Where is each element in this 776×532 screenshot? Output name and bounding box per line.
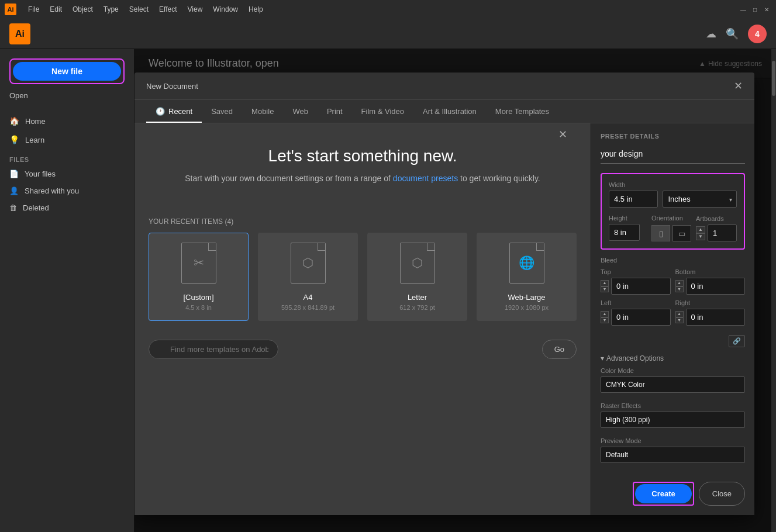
home-label: Home xyxy=(25,117,46,126)
sidebar-item-shared[interactable]: 👤 Shared with you xyxy=(0,182,134,199)
new-file-button[interactable]: New file xyxy=(13,62,121,81)
template-search-input[interactable] xyxy=(149,340,278,359)
close-modal-button[interactable]: Close xyxy=(699,482,745,506)
raster-effects-select[interactable]: High (300 ppi) Medium (150 ppi) Screen (… xyxy=(601,412,745,428)
bleed-top-up[interactable]: ▲ xyxy=(601,280,609,286)
create-button[interactable]: Create xyxy=(635,484,691,503)
modal-title: New Document xyxy=(146,82,198,91)
sidebar-item-home[interactable]: 🏠 Home xyxy=(0,112,134,130)
menu-object[interactable]: Object xyxy=(68,4,98,15)
menu-select[interactable]: Select xyxy=(125,4,153,15)
artboards-group: Artboards ▲ ▼ xyxy=(696,215,737,241)
tab-more-templates[interactable]: More Templates xyxy=(486,100,558,123)
search-wrapper xyxy=(149,340,537,359)
artboards-input-row: ▲ ▼ xyxy=(696,224,737,241)
menu-help[interactable]: Help xyxy=(244,4,268,15)
tab-saved[interactable]: Saved xyxy=(202,100,242,123)
bleed-right-input[interactable] xyxy=(686,309,746,326)
tab-art-illustration[interactable]: Art & Illustration xyxy=(413,100,486,123)
bleed-left-up[interactable]: ▲ xyxy=(601,311,609,317)
sidebar-item-learn[interactable]: 💡 Learn xyxy=(0,130,134,149)
menu-window[interactable]: Window xyxy=(208,4,243,15)
tab-film-video[interactable]: Film & Video xyxy=(352,100,413,123)
portrait-button[interactable]: ▯ xyxy=(651,225,670,241)
recent-item-web-large-size: 1920 x 1080 px xyxy=(487,304,567,311)
web-large-doc-icon: 🌐 xyxy=(487,243,567,284)
advanced-toggle[interactable]: ▾ Advanced Options xyxy=(601,354,745,362)
modal-overlay: New Document ✕ 🕐 Recent Saved Mobile xyxy=(134,49,776,532)
content-area: Welcome to Illustrator, open ▲ Hide sugg… xyxy=(134,49,776,532)
recent-label: YOUR RECENT ITEMS (4) xyxy=(149,217,577,226)
bleed-left-field: Left ▲ ▼ xyxy=(601,299,671,326)
main-layout: New file Open 🏠 Home 💡 Learn FILES 📄 You… xyxy=(0,49,776,532)
header-right: ☁ 🔍 4 xyxy=(706,25,767,43)
recent-item-custom-name: [Custom] xyxy=(158,293,239,302)
color-mode-select[interactable]: CMYK Color RGB Color xyxy=(601,376,745,393)
preset-name-input[interactable] xyxy=(601,147,745,164)
artboards-increment[interactable]: ▲ xyxy=(696,226,705,233)
menu-view[interactable]: View xyxy=(183,4,208,15)
template-search-bar: Go xyxy=(134,330,591,368)
sidebar-item-deleted[interactable]: 🗑 Deleted xyxy=(0,199,134,216)
modal-close-button[interactable]: ✕ xyxy=(734,81,743,91)
tab-recent[interactable]: 🕐 Recent xyxy=(146,100,202,123)
recent-item-letter[interactable]: ⬡ Letter 612 x 792 pt xyxy=(367,233,467,321)
menu-edit[interactable]: Edit xyxy=(45,4,67,15)
recent-item-custom[interactable]: ✂ [Custom] 4.5 x 8 in xyxy=(149,233,249,321)
bleed-bottom-down[interactable]: ▼ xyxy=(675,286,684,292)
menu-file[interactable]: File xyxy=(23,4,44,15)
bleed-right-spinner: ▲ ▼ xyxy=(675,311,684,323)
open-link[interactable]: Open xyxy=(0,89,134,107)
bleed-left-input[interactable] xyxy=(611,309,671,326)
tab-print[interactable]: Print xyxy=(318,100,352,123)
recent-item-custom-size: 4.5 x 8 in xyxy=(158,304,239,311)
bleed-left-row: ▲ ▼ xyxy=(601,309,671,326)
recent-item-a4-name: A4 xyxy=(268,293,348,302)
menu-bar: File Edit Object Type Select Effect View… xyxy=(23,4,268,15)
a4-doc-icon: ⬡ xyxy=(268,243,348,284)
go-button[interactable]: Go xyxy=(542,340,577,359)
landscape-button[interactable]: ▭ xyxy=(672,225,691,241)
width-row: Width Inches Centimeters Millimeters Poi… xyxy=(609,181,737,208)
window-controls: — □ ✕ xyxy=(739,5,771,14)
height-input[interactable] xyxy=(609,224,640,241)
menu-type[interactable]: Type xyxy=(99,4,123,15)
recent-item-a4-size: 595.28 x 841.89 pt xyxy=(268,304,348,311)
close-window-button[interactable]: ✕ xyxy=(762,5,771,14)
preview-mode-select[interactable]: Default Pixel Overprint xyxy=(601,447,745,463)
bleed-bottom-up[interactable]: ▲ xyxy=(675,280,684,286)
minimize-button[interactable]: — xyxy=(739,5,748,14)
recent-item-web-large[interactable]: 🌐 Web-Large 1920 x 1080 px xyxy=(477,233,577,321)
artboards-decrement[interactable]: ▼ xyxy=(696,233,705,240)
sidebar-item-your-files[interactable]: 📄 Your files xyxy=(0,165,134,182)
maximize-button[interactable]: □ xyxy=(750,5,760,14)
cloud-icon[interactable]: ☁ xyxy=(706,27,716,40)
scrollbar-thumb[interactable] xyxy=(772,61,775,96)
menu-effect[interactable]: Effect xyxy=(154,4,181,15)
scrollbar[interactable] xyxy=(771,49,776,532)
artboards-input[interactable] xyxy=(708,224,737,241)
preview-mode-label: Preview Mode xyxy=(601,437,745,444)
bleed-top-input[interactable] xyxy=(611,278,671,295)
search-icon[interactable]: 🔍 xyxy=(726,27,739,40)
link-bleed-button[interactable]: 🔗 xyxy=(729,335,745,347)
bleed-top-down[interactable]: ▼ xyxy=(601,286,609,292)
recent-item-a4[interactable]: ⬡ A4 595.28 x 841.89 pt xyxy=(258,233,358,321)
hero-subtitle: Start with your own document settings or… xyxy=(158,172,567,185)
tab-web[interactable]: Web xyxy=(283,100,318,123)
width-input[interactable] xyxy=(609,191,658,208)
hero-close-button[interactable]: ✕ xyxy=(558,129,567,140)
artboards-spinner: ▲ ▼ xyxy=(696,226,705,240)
document-presets-link[interactable]: document presets xyxy=(393,174,458,183)
bleed-right-down[interactable]: ▼ xyxy=(675,317,684,323)
tab-mobile[interactable]: Mobile xyxy=(242,100,283,123)
bleed-right-up[interactable]: ▲ xyxy=(675,311,684,317)
unit-select[interactable]: Inches Centimeters Millimeters Points Pi… xyxy=(663,191,737,208)
width-highlight-box: Width Inches Centimeters Millimeters Poi… xyxy=(601,173,745,250)
bleed-right-field: Right ▲ ▼ xyxy=(675,299,746,326)
user-avatar[interactable]: 4 xyxy=(748,25,767,43)
modal-tabs: 🕐 Recent Saved Mobile Web Print xyxy=(134,100,754,123)
bleed-bottom-input[interactable] xyxy=(686,278,746,295)
hero-title: Let's start something new. xyxy=(158,147,567,165)
bleed-left-down[interactable]: ▼ xyxy=(601,317,609,323)
